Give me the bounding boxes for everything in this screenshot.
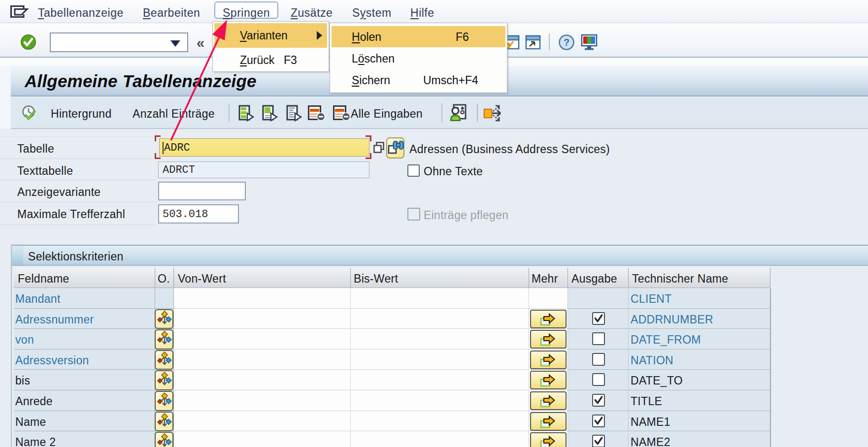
- svg-text:?: ?: [564, 37, 569, 48]
